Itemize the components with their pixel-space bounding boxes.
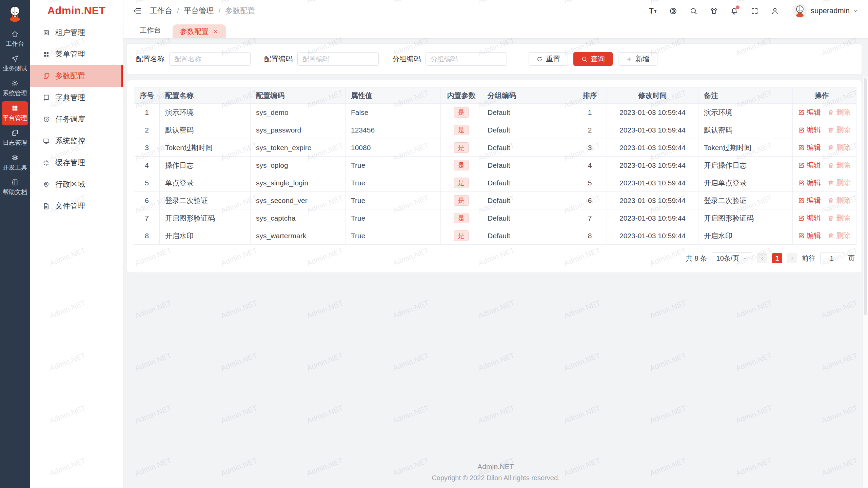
delete-button[interactable]: 删除: [828, 160, 850, 170]
app-avatar[interactable]: [6, 4, 24, 22]
delete-button[interactable]: 删除: [828, 143, 850, 152]
field-input-2[interactable]: [426, 52, 507, 66]
field-input-0[interactable]: [169, 52, 251, 66]
language-icon[interactable]: [669, 7, 677, 15]
page-size-select[interactable]: 10条/页: [712, 252, 752, 264]
rail-item-notebook[interactable]: 帮助文档: [2, 176, 28, 200]
edit-button[interactable]: 编辑: [798, 160, 821, 170]
column-header: 操作: [793, 87, 851, 104]
breadcrumb-item: 参数配置: [225, 6, 255, 16]
sidebar-item-cache[interactable]: 缓存管理: [30, 152, 123, 174]
tab-workbench[interactable]: 工作台: [134, 22, 167, 38]
field-label: 配置名称: [136, 54, 164, 64]
sidebar-item-tenant[interactable]: 租户管理: [30, 22, 123, 43]
delete-button[interactable]: 删除: [828, 178, 850, 187]
row-actions: 编辑删除: [798, 107, 850, 117]
delete-label: 删除: [836, 107, 850, 117]
table-cell: 6: [573, 192, 607, 209]
fullscreen-icon[interactable]: [750, 7, 758, 15]
search-icon[interactable]: [689, 7, 697, 15]
rail-item-gear[interactable]: 系统管理: [2, 77, 28, 101]
config-table: 序号配置名称配置编码属性值内置参数分组编码排序修改时间备注操作 1演示环境sys…: [134, 87, 856, 245]
sidebar-item-param[interactable]: 参数配置: [30, 65, 123, 87]
gear-icon: [11, 80, 19, 87]
table-cell: 开启图形验证码: [698, 209, 793, 227]
notification-badge: [736, 5, 739, 9]
sidebar-item-dict[interactable]: 字典管理: [30, 87, 123, 108]
edit-button[interactable]: 编辑: [798, 143, 821, 152]
builtin-tag: 是: [454, 230, 469, 241]
edit-label: 编辑: [807, 196, 821, 205]
delete-button[interactable]: 删除: [828, 125, 850, 135]
table-row: 2默认密码sys_password123456是Default22023-01-…: [134, 121, 856, 139]
table-cell: 2023-01-03 10:59:44: [607, 192, 698, 209]
gutter-cell: [851, 157, 856, 174]
table-cell: False: [346, 104, 441, 121]
rail-item-label: 工作台: [6, 40, 24, 48]
breadcrumb-item[interactable]: 工作台: [150, 6, 172, 16]
field-label: 分组编码: [392, 54, 421, 64]
edit-icon: [798, 180, 805, 186]
notification-bell-icon[interactable]: [730, 7, 738, 15]
sidebar-item-menu-grid[interactable]: 菜单管理: [30, 43, 123, 65]
query-button[interactable]: 查询: [573, 52, 613, 66]
sidebar-item-monitor[interactable]: 系统监控: [30, 130, 123, 152]
tab-bar: 工作台 参数配置: [123, 22, 868, 38]
rail-item-label: 日志管理: [3, 139, 27, 147]
row-actions: 编辑删除: [798, 160, 850, 170]
builtin-tag: 是: [454, 125, 469, 135]
rail-item-grid[interactable]: 平台管理: [2, 101, 28, 125]
table-cell: 1: [134, 104, 160, 121]
prev-page-button[interactable]: [757, 253, 767, 263]
current-page[interactable]: 1: [772, 253, 782, 263]
user-icon[interactable]: [771, 7, 779, 15]
delete-button[interactable]: 删除: [828, 231, 850, 240]
font-size-icon[interactable]: Tт: [649, 7, 657, 15]
tab-param-config[interactable]: 参数配置: [173, 24, 226, 38]
edit-button[interactable]: 编辑: [798, 125, 821, 135]
sidebar-item-schedule[interactable]: 任务调度: [30, 108, 123, 130]
rail-item-home[interactable]: 工作台: [2, 27, 28, 51]
trash-icon: [828, 215, 834, 221]
rail-item-chip[interactable]: 开发工具: [2, 151, 28, 175]
goto-page-input[interactable]: [820, 252, 843, 264]
table-cell: 演示环境: [698, 104, 793, 121]
chip-icon: [11, 154, 19, 161]
edit-label: 编辑: [807, 231, 821, 240]
add-button[interactable]: 新增: [618, 52, 657, 66]
close-icon[interactable]: [213, 28, 218, 34]
scrollbar-thumb[interactable]: [864, 78, 867, 315]
table-cell: sys_second_ver: [251, 192, 346, 209]
edit-button[interactable]: 编辑: [798, 178, 821, 187]
row-actions: 编辑删除: [798, 196, 850, 205]
delete-button[interactable]: 删除: [828, 196, 850, 205]
collapse-menu-icon[interactable]: [133, 6, 142, 15]
breadcrumb-item[interactable]: 平台管理: [184, 6, 214, 16]
table-cell: Default: [482, 174, 573, 192]
next-page-button[interactable]: [787, 253, 797, 263]
edit-button[interactable]: 编辑: [798, 107, 821, 117]
sidebar-item-file[interactable]: 文件管理: [30, 195, 123, 217]
table-cell: Default: [482, 121, 573, 139]
table-cell: 2023-01-03 10:59:44: [607, 174, 698, 192]
grid-icon: [11, 104, 19, 112]
delete-label: 删除: [836, 160, 850, 170]
rail-item-copy[interactable]: 日志管理: [2, 126, 28, 150]
edit-icon: [798, 232, 805, 239]
edit-button[interactable]: 编辑: [798, 231, 821, 240]
query-search-icon: [581, 56, 588, 62]
gutter-cell: [851, 104, 856, 121]
field-input-1[interactable]: [297, 52, 379, 66]
reset-button[interactable]: 重置: [529, 52, 568, 66]
trash-icon: [828, 127, 834, 133]
breadcrumb-separator: /: [177, 6, 179, 15]
sidebar-item-region[interactable]: 行政区域: [30, 174, 123, 195]
user-menu[interactable]: superadmin: [793, 4, 859, 18]
delete-button[interactable]: 删除: [828, 213, 850, 223]
edit-button[interactable]: 编辑: [798, 213, 821, 223]
rail-item-send[interactable]: 业务测试: [2, 52, 28, 76]
edit-button[interactable]: 编辑: [798, 196, 821, 205]
delete-button[interactable]: 删除: [828, 107, 850, 117]
home-icon: [11, 30, 19, 38]
theme-icon[interactable]: [710, 7, 718, 15]
